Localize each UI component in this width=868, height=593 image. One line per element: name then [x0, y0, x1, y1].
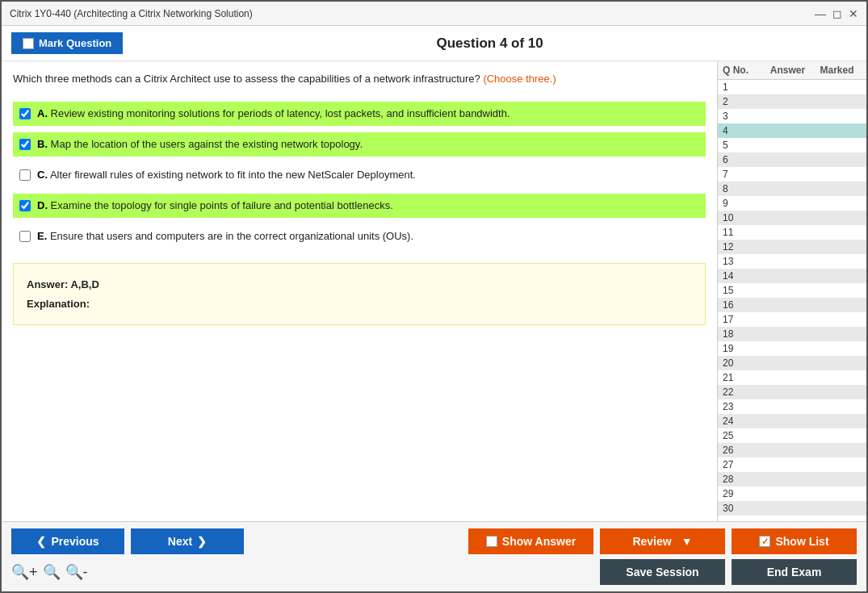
side-panel-row[interactable]: 22: [718, 385, 866, 399]
side-panel-list[interactable]: 1234567891011121314151617181920212223242…: [718, 80, 866, 521]
side-panel-row[interactable]: 5: [718, 138, 866, 152]
side-panel-row[interactable]: 15: [718, 283, 866, 298]
row-marked: [812, 314, 862, 325]
row-marked: [812, 430, 862, 441]
side-panel-row[interactable]: 14: [718, 269, 866, 283]
row-num: 4: [723, 125, 763, 136]
side-panel-row[interactable]: 29: [718, 487, 866, 501]
previous-button[interactable]: Previous: [11, 528, 124, 554]
row-marked: [812, 328, 862, 340]
option-checkbox-d[interactable]: [19, 200, 31, 211]
side-panel-row[interactable]: 16: [718, 298, 866, 312]
side-panel-row[interactable]: 19: [718, 341, 866, 356]
maximize-icon[interactable]: ◻: [832, 7, 842, 20]
row-marked: [812, 125, 862, 136]
side-panel-row[interactable]: 8: [718, 182, 866, 196]
side-panel-row[interactable]: 9: [718, 196, 866, 211]
row-answer: [763, 372, 812, 383]
row-marked: [812, 111, 862, 122]
side-panel-row[interactable]: 25: [718, 428, 866, 443]
previous-label: Previous: [51, 535, 99, 548]
option-checkbox-c[interactable]: [19, 169, 31, 181]
header-marked: Marked: [812, 65, 862, 76]
side-panel-row[interactable]: 12: [718, 240, 866, 254]
side-panel-row[interactable]: 17: [718, 312, 866, 327]
row-num: 8: [723, 183, 763, 194]
side-panel: Q No. Answer Marked 12345678910111213141…: [717, 61, 866, 521]
option-label-e: E. Ensure that users and computers are i…: [37, 229, 413, 244]
side-panel-row[interactable]: 20: [718, 356, 866, 370]
row-answer: [763, 488, 812, 499]
row-answer: [763, 328, 812, 340]
option-row-c: C. Alter firewall rules of existing netw…: [13, 163, 706, 187]
side-panel-row[interactable]: 3: [718, 109, 866, 123]
side-panel-row[interactable]: 1: [718, 80, 866, 94]
row-answer: [763, 314, 812, 325]
row-num: 3: [723, 111, 763, 122]
end-exam-label: End Exam: [767, 566, 822, 578]
next-button[interactable]: Next: [131, 528, 244, 554]
option-checkbox-b[interactable]: [19, 139, 31, 150]
row-marked: [812, 227, 862, 238]
chevron-right-icon: [197, 535, 207, 548]
next-label: Next: [168, 535, 192, 548]
show-answer-button[interactable]: Show Answer: [468, 528, 593, 554]
row-num: 21: [723, 372, 763, 383]
row-num: 25: [723, 430, 763, 441]
minimize-icon[interactable]: —: [815, 7, 826, 20]
side-panel-row[interactable]: 7: [718, 167, 866, 182]
row-marked: [812, 357, 862, 369]
button-row-2: 🔍+ 🔍 🔍- Save Session End Exam: [11, 559, 857, 585]
row-marked: [812, 140, 862, 151]
side-panel-row[interactable]: 21: [718, 370, 866, 385]
option-checkbox-e[interactable]: [19, 231, 31, 242]
side-panel-row[interactable]: 2: [718, 94, 866, 109]
row-answer: [763, 401, 812, 412]
close-icon[interactable]: ✕: [849, 7, 858, 20]
row-num: 26: [723, 445, 763, 456]
row-marked: [812, 169, 862, 180]
show-list-button[interactable]: ✓ Show List: [732, 528, 857, 554]
zoom-out-button[interactable]: 🔍-: [65, 563, 88, 581]
row-marked: [812, 285, 862, 296]
answer-line: Answer: A,B,D: [27, 275, 692, 294]
save-session-button[interactable]: Save Session: [600, 559, 725, 585]
row-num: 23: [723, 401, 763, 412]
side-panel-row[interactable]: 30: [718, 501, 866, 516]
side-panel-row[interactable]: 28: [718, 472, 866, 487]
mark-question-button[interactable]: Mark Question: [11, 32, 123, 54]
show-list-checkbox-icon: ✓: [759, 536, 770, 547]
option-row-a: A. Review existing monitoring solutions …: [13, 102, 706, 126]
side-panel-row[interactable]: 27: [718, 457, 866, 472]
side-panel-row[interactable]: 6: [718, 152, 866, 167]
zoom-controls: 🔍+ 🔍 🔍-: [11, 563, 88, 581]
side-panel-row[interactable]: 11: [718, 225, 866, 240]
chevron-left-icon: [36, 535, 46, 548]
row-answer: [763, 459, 812, 470]
zoom-normal-button[interactable]: 🔍: [43, 563, 61, 581]
row-marked: [812, 386, 862, 398]
row-marked: [812, 154, 862, 165]
option-row-e: E. Ensure that users and computers are i…: [13, 224, 706, 248]
option-label-b: B. Map the location of the users against…: [37, 137, 363, 152]
review-button[interactable]: Review ▼: [600, 528, 725, 554]
row-answer: [763, 140, 812, 151]
side-panel-row[interactable]: 4: [718, 123, 866, 138]
side-panel-row[interactable]: 23: [718, 399, 866, 414]
zoom-in-button[interactable]: 🔍+: [11, 563, 38, 581]
row-marked: [812, 488, 862, 499]
side-panel-row[interactable]: 26: [718, 443, 866, 457]
row-num: 2: [723, 96, 763, 107]
end-exam-button[interactable]: End Exam: [732, 559, 857, 585]
row-marked: [812, 401, 862, 412]
row-marked: [812, 183, 862, 194]
side-panel-row[interactable]: 18: [718, 327, 866, 341]
side-panel-row[interactable]: 10: [718, 211, 866, 225]
side-panel-row[interactable]: 24: [718, 414, 866, 428]
side-panel-row[interactable]: 13: [718, 254, 866, 269]
choose-text: (Choose three.): [483, 73, 556, 85]
mark-checkbox-icon: [23, 38, 34, 49]
option-checkbox-a[interactable]: [19, 108, 31, 119]
row-answer: [763, 299, 812, 311]
row-marked: [812, 270, 862, 282]
